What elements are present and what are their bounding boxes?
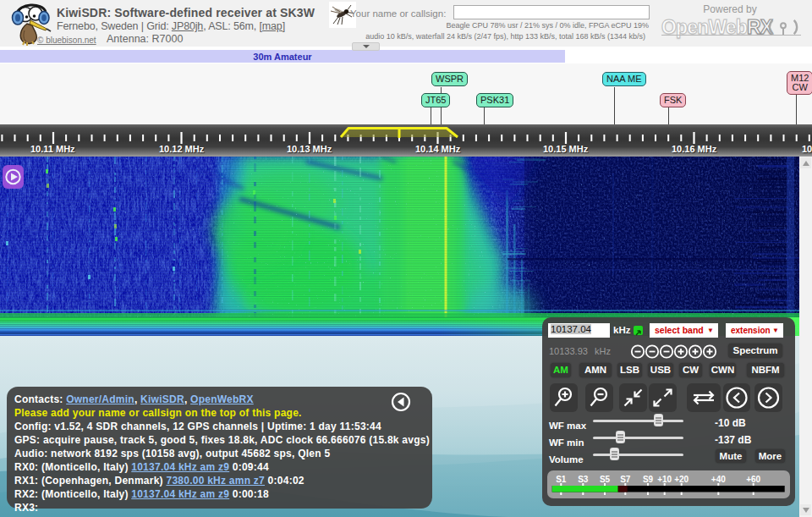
- svg-text:+60: +60: [746, 475, 760, 484]
- svg-text:+10: +10: [657, 475, 672, 484]
- svg-text:S1: S1: [556, 475, 567, 484]
- svg-text:+40: +40: [711, 475, 726, 484]
- svg-text:S7: S7: [620, 475, 631, 484]
- svg-text:S5: S5: [600, 475, 611, 484]
- svg-text:S9: S9: [643, 475, 654, 484]
- svg-text:S3: S3: [578, 475, 589, 484]
- svg-text:+20: +20: [674, 475, 689, 484]
